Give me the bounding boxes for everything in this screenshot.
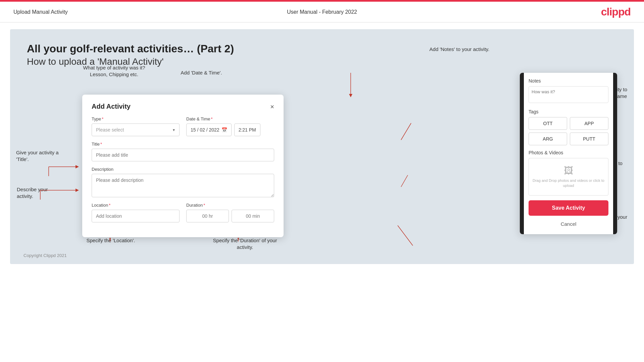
modal-close-button[interactable]: × — [270, 103, 274, 110]
annotation-type: What type of activity was it? Lesson, Ch… — [77, 64, 151, 78]
annotation-location: Specify the 'Location'. — [81, 237, 141, 244]
tags-section-label: Tags — [529, 109, 608, 114]
title-group: Title* — [92, 142, 274, 161]
tag-putt[interactable]: PUTT — [570, 133, 608, 145]
date-time-row: 15 / 02 / 2022 📅 2:21 PM — [186, 123, 274, 136]
location-duration-row: Location* Duration* — [92, 203, 274, 222]
modal-title: Add Activity — [92, 103, 131, 110]
type-select[interactable]: Please select — [92, 123, 180, 136]
svg-marker-17 — [349, 94, 352, 97]
time-input[interactable]: 2:21 PM — [234, 123, 260, 136]
top-bar: Upload Manual Activity User Manual - Feb… — [0, 2, 644, 22]
description-label: Description — [92, 167, 274, 172]
phone-panel: Notes Tags OTTAPPARGPUTT Photos & Videos… — [520, 73, 617, 234]
location-input[interactable] — [92, 210, 180, 222]
svg-marker-10 — [76, 189, 79, 192]
phone-content: Notes Tags OTTAPPARGPUTT Photos & Videos… — [524, 73, 613, 234]
upload-icon: 🖼 — [532, 165, 605, 176]
duration-min-input[interactable] — [232, 210, 274, 222]
tag-arg[interactable]: ARG — [529, 133, 567, 145]
photos-upload-area[interactable]: 🖼 Drag and Drop photos and videos or cli… — [529, 158, 608, 196]
datetime-label: Date & Time* — [186, 116, 274, 121]
type-select-wrapper: Please select — [92, 123, 180, 136]
date-input[interactable]: 15 / 02 / 2022 📅 — [186, 123, 232, 136]
main-content: All your golf-relevant activities… (Part… — [10, 29, 634, 264]
title-input[interactable] — [92, 149, 274, 161]
notes-section-label: Notes — [529, 78, 608, 84]
type-datetime-row: Type* Please select Date & Time* 15 / 02… — [92, 116, 274, 136]
type-label: Type* — [92, 116, 180, 121]
phone-right-bar — [613, 73, 617, 234]
location-group: Location* — [92, 203, 180, 222]
svg-line-18 — [401, 123, 411, 140]
calendar-icon: 📅 — [221, 127, 227, 133]
logo: clippd — [601, 6, 631, 18]
datetime-group: Date & Time* 15 / 02 / 2022 📅 2:21 PM — [186, 116, 274, 136]
add-activity-modal: Add Activity × Type* Please select Date … — [82, 95, 284, 237]
annotation-description: Describe your activity. — [17, 186, 60, 200]
title-label: Title* — [92, 142, 274, 147]
modal-header: Add Activity × — [92, 103, 274, 110]
footer-copyright: Copyright Clippd 2021 — [23, 253, 67, 258]
duration-label: Duration* — [186, 203, 274, 208]
cancel-button[interactable]: Cancel — [529, 219, 608, 229]
tag-app[interactable]: APP — [570, 117, 608, 130]
duration-hr-input[interactable] — [186, 210, 229, 222]
notes-textarea[interactable] — [529, 86, 608, 103]
tag-ott[interactable]: OTT — [529, 117, 567, 130]
photos-upload-text: Drag and Drop photos and videos or click… — [532, 178, 605, 189]
phone-left-bar — [520, 73, 524, 234]
annotation-title: Give your activity a 'Title'. — [16, 149, 60, 163]
location-label: Location* — [92, 203, 180, 208]
svg-line-20 — [398, 225, 413, 246]
svg-marker-7 — [76, 165, 79, 168]
duration-group: Duration* — [186, 203, 274, 222]
page-label: Upload Manual Activity — [13, 9, 68, 15]
page-title: All your golf-relevant activities… (Part… — [27, 43, 617, 55]
tags-grid: OTTAPPARGPUTT — [529, 117, 608, 145]
annotation-datetime: Add 'Date & Time'. — [175, 69, 228, 76]
duration-inputs — [186, 210, 274, 222]
description-group: Description — [92, 167, 274, 197]
svg-line-19 — [401, 175, 408, 187]
save-activity-button[interactable]: Save Activity — [529, 200, 608, 216]
annotation-notes: Add 'Notes' to your activity. — [429, 46, 490, 53]
manual-label: User Manual - February 2022 — [287, 9, 357, 15]
annotation-duration: Specify the 'Duration' of your activity. — [208, 237, 282, 251]
photos-section-label: Photos & Videos — [529, 150, 608, 155]
description-textarea[interactable] — [92, 174, 274, 197]
type-group: Type* Please select — [92, 116, 180, 136]
